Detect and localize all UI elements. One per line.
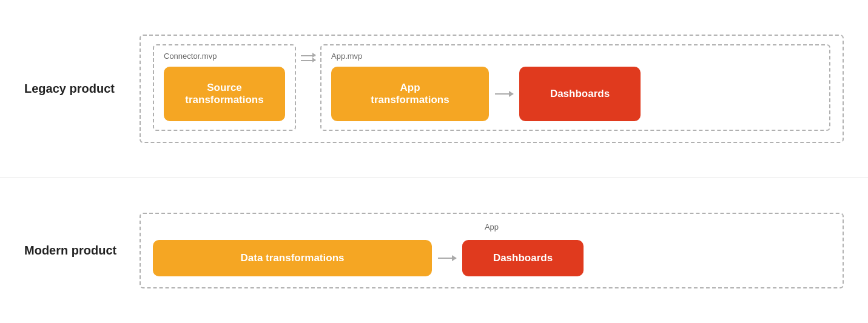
modern-label: Modern product [24,244,140,258]
double-arrow [296,55,320,61]
app-transformations-box: App transformations [331,67,489,121]
arrow-line-1 [301,55,315,56]
modern-outer-container: App Data transformations Dashboards [140,213,844,288]
connector-container: Connector.mvp Source transformations [153,44,296,131]
source-box-wrapper: Source transformations [164,67,285,121]
modern-flow-row: Data transformations Dashboards [153,240,830,276]
arrow-line-modern [438,258,456,259]
legacy-section: Legacy product Connector.mvp Source tran… [0,0,868,178]
data-transformations-box: Data transformations [153,240,432,276]
source-transformations-box: Source transformations [164,67,285,121]
arrow-line-app [495,93,513,95]
modern-dashboards-box: Dashboards [462,240,584,276]
connector-label: Connector.mvp [164,52,285,61]
arrow-data-to-dash [432,258,462,259]
app-flow-row: App transformations Dashboards [331,67,819,121]
modern-section: Modern product App Data transformations … [0,178,868,323]
arrow-app-to-dash [489,93,519,95]
modern-app-label: App [153,222,830,231]
app-container: App.mvp App transformations Dashboards [320,44,830,131]
arrow-line-2 [301,60,315,61]
legacy-label: Legacy product [24,82,140,96]
legacy-outer-container: Connector.mvp Source transformations App… [140,35,844,143]
legacy-dashboards-box: Dashboards [519,67,641,121]
app-label: App.mvp [331,52,819,61]
